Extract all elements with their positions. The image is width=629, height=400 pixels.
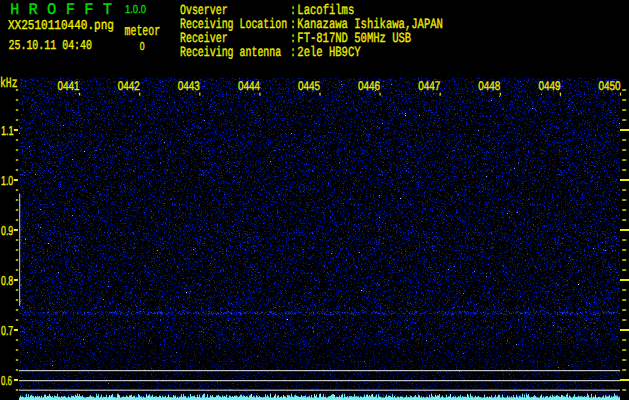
svg-text::: :: [291, 45, 296, 61]
svg-text:1.0: 1.0: [1, 173, 13, 188]
svg-text:0446: 0446: [358, 79, 380, 93]
svg-text:1.1: 1.1: [1, 123, 14, 138]
svg-text:0.9: 0.9: [1, 223, 13, 238]
svg-text:0448: 0448: [478, 79, 500, 93]
svg-text:0.8: 0.8: [1, 273, 13, 288]
svg-text:Receiving antenna: Receiving antenna: [180, 45, 281, 61]
svg-text:0447: 0447: [418, 79, 440, 93]
svg-text:0445: 0445: [298, 79, 320, 93]
svg-text:0442: 0442: [118, 79, 140, 93]
svg-text:0450: 0450: [599, 79, 621, 93]
svg-text:2ele HB9CY: 2ele HB9CY: [297, 45, 361, 61]
svg-text:0444: 0444: [238, 79, 260, 93]
svg-text:0.6: 0.6: [1, 373, 12, 388]
svg-text:1.0.0: 1.0.0: [125, 4, 146, 16]
svg-text:25.10.11 04:40: 25.10.11 04:40: [9, 39, 93, 54]
svg-text:H R O F F T: H R O F F T: [10, 1, 112, 19]
svg-text:0.7: 0.7: [1, 323, 13, 338]
svg-text:kHz: kHz: [0, 76, 18, 92]
svg-text:0443: 0443: [178, 79, 200, 93]
svg-text:meteor: meteor: [125, 23, 161, 40]
svg-text:XX2510110440.png: XX2510110440.png: [8, 19, 114, 34]
svg-text:0441: 0441: [58, 79, 80, 93]
svg-text:0: 0: [140, 41, 145, 53]
svg-text:0449: 0449: [538, 79, 560, 93]
